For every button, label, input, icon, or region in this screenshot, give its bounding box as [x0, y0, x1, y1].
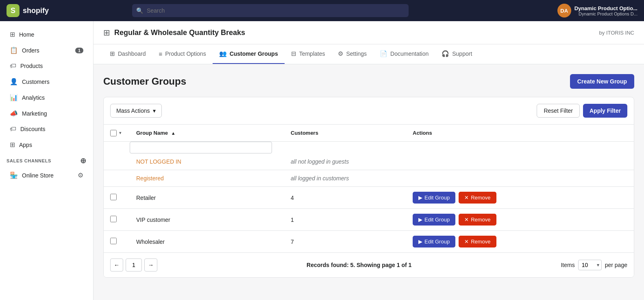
- sidebar-item-analytics[interactable]: 📊 Analytics: [3, 90, 90, 105]
- per-page-label: per page: [605, 262, 627, 268]
- edit-group-button[interactable]: ▶ Edit Group: [413, 192, 455, 204]
- apply-filter-button[interactable]: Apply Filter: [583, 104, 627, 118]
- reset-filter-button[interactable]: Reset Filter: [537, 104, 580, 118]
- marketing-icon: 📣: [10, 109, 18, 117]
- row-customers: 1: [284, 209, 406, 231]
- sidebar-item-label: Products: [20, 63, 43, 69]
- mass-actions-button[interactable]: Mass Actions ▾: [110, 104, 162, 118]
- tab-settings[interactable]: ⚙ Settings: [331, 44, 373, 64]
- user-menu[interactable]: DA Dynamic Product Optio... Dynamic Prod…: [557, 4, 637, 18]
- remove-label: Remove: [471, 195, 490, 201]
- sidebar-item-label: Analytics: [22, 94, 45, 101]
- sidebar-item-marketing[interactable]: 📣 Marketing: [3, 106, 90, 121]
- sidebar-item-discounts[interactable]: 🏷 Discounts: [3, 122, 90, 136]
- row-customers: 7: [284, 231, 406, 253]
- row-checkbox-cell: [104, 187, 130, 209]
- online-store-settings-icon[interactable]: ⚙: [78, 171, 83, 179]
- shopify-icon: S: [7, 4, 20, 17]
- edit-label: Edit Group: [424, 217, 450, 223]
- customer-groups-tab-icon: 👥: [219, 50, 227, 57]
- page-number-input[interactable]: [126, 258, 142, 272]
- per-page-select[interactable]: 10 25 50 100: [578, 260, 602, 270]
- customers-col-label: Customers: [291, 130, 318, 136]
- edit-arrow-icon: ▶: [418, 217, 422, 223]
- row-actions: ▶ Edit Group ✕ Remove: [406, 209, 634, 231]
- th-group-name[interactable]: Group Name ▲: [130, 125, 284, 142]
- row-group-name: Wholesaler: [130, 231, 284, 253]
- analytics-icon: 📊: [10, 94, 18, 101]
- tab-label: Product Options: [165, 50, 206, 57]
- select-all-checkbox[interactable]: [110, 130, 117, 136]
- filter-name-input[interactable]: [130, 142, 272, 153]
- pagination-controls: ← →: [110, 258, 157, 272]
- tab-label: Documentation: [390, 50, 429, 57]
- edit-label: Edit Group: [424, 239, 450, 245]
- search-bar: 🔍: [132, 4, 409, 17]
- edit-group-button[interactable]: ▶ Edit Group: [413, 214, 455, 226]
- documentation-tab-icon: 📄: [380, 50, 387, 57]
- tab-product-options[interactable]: ≡ Product Options: [152, 44, 213, 64]
- shopify-logo[interactable]: S shopify: [7, 4, 55, 17]
- remove-group-button[interactable]: ✕ Remove: [459, 236, 496, 247]
- home-icon: ⊞: [10, 31, 15, 38]
- sidebar-item-customers[interactable]: 👤 Customers: [3, 74, 90, 89]
- edit-group-button[interactable]: ▶ Edit Group: [413, 236, 455, 247]
- create-new-group-button[interactable]: Create New Group: [570, 74, 634, 89]
- tab-dashboard[interactable]: ⊞ Dashboard: [103, 44, 152, 64]
- products-icon: 🏷: [10, 62, 16, 70]
- mass-actions-chevron-icon: ▾: [153, 107, 156, 114]
- row-checkbox[interactable]: [110, 216, 117, 222]
- tabs-bar: ⊞ Dashboard ≡ Product Options 👥 Customer…: [94, 44, 644, 64]
- select-caret-button[interactable]: ▾: [117, 129, 123, 136]
- th-actions: Actions: [406, 125, 634, 142]
- app-title-row: ⊞ Regular & Wholesale Quantity Breaks: [103, 28, 245, 37]
- prev-page-button[interactable]: ←: [110, 258, 123, 272]
- sidebar-item-apps[interactable]: ⊞ Apps: [3, 137, 90, 152]
- remove-group-button[interactable]: ✕ Remove: [459, 214, 496, 226]
- next-page-button[interactable]: →: [144, 258, 157, 272]
- tab-label: Settings: [346, 50, 367, 57]
- search-input[interactable]: [132, 4, 409, 17]
- action-btns: ▶ Edit Group ✕ Remove: [413, 192, 627, 204]
- customers-icon: 👤: [10, 78, 18, 85]
- tab-templates[interactable]: ⊟ Templates: [285, 44, 332, 64]
- remove-group-button[interactable]: ✕ Remove: [459, 192, 496, 204]
- filter-row: Mass Actions ▾ Reset Filter Apply Filter: [104, 97, 634, 125]
- add-sales-channel-icon[interactable]: ⊕: [80, 156, 87, 165]
- sidebar-item-home[interactable]: ⊞ Home: [3, 27, 90, 42]
- templates-tab-icon: ⊟: [291, 50, 296, 57]
- row-checkbox[interactable]: [110, 238, 117, 244]
- th-customers: Customers: [284, 125, 406, 142]
- row-checkbox-cell: [104, 170, 130, 187]
- sidebar-item-online-store[interactable]: 🏪 Online Store ⚙: [3, 168, 90, 183]
- remove-x-icon: ✕: [464, 195, 469, 201]
- user-sub: Dynamic Product Options D...: [574, 11, 637, 16]
- row-actions: [406, 170, 634, 187]
- tab-label: Dashboard: [118, 50, 146, 57]
- sidebar-item-products[interactable]: 🏷 Products: [3, 59, 90, 73]
- row-group-name: Registered: [130, 170, 284, 187]
- filter-actions: Reset Filter Apply Filter: [537, 104, 627, 118]
- tab-label: Templates: [299, 50, 325, 57]
- pagination-info: Records found: 5. Showing page 1 of 1: [307, 262, 411, 268]
- tab-support[interactable]: 🎧 Support: [435, 44, 479, 64]
- avatar: DA: [557, 4, 571, 18]
- tab-documentation[interactable]: 📄 Documentation: [373, 44, 435, 64]
- support-tab-icon: 🎧: [442, 50, 449, 57]
- row-group-name: NOT LOGGED IN: [130, 153, 284, 170]
- edit-label: Edit Group: [424, 195, 450, 201]
- row-checkbox[interactable]: [110, 194, 117, 200]
- table-row: Wholesaler7 ▶ Edit Group ✕ Remove: [104, 231, 634, 253]
- sort-asc-icon: ▲: [171, 131, 176, 136]
- online-store-icon: 🏪: [10, 171, 18, 179]
- user-name: Dynamic Product Optio...: [574, 5, 637, 11]
- tab-customer-groups[interactable]: 👥 Customer Groups: [213, 44, 285, 64]
- row-checkbox-cell: [104, 153, 130, 170]
- sidebar-item-orders[interactable]: 📋 Orders 1: [3, 43, 90, 58]
- top-navigation: S shopify 🔍 DA Dynamic Product Optio... …: [0, 0, 644, 21]
- tab-label: Support: [452, 50, 472, 57]
- customer-groups-table-card: Mass Actions ▾ Reset Filter Apply Filter: [103, 97, 634, 278]
- discounts-icon: 🏷: [10, 125, 16, 133]
- row-checkbox-cell: [104, 209, 130, 231]
- tab-label: Customer Groups: [230, 50, 278, 57]
